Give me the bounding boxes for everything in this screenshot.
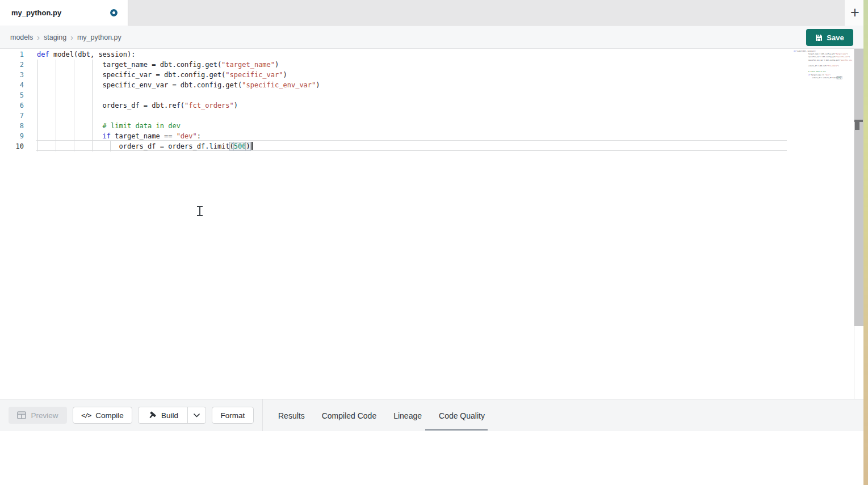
code-editor[interactable]: 12345678910 def model(dbt, session): tar… — [0, 49, 863, 399]
compile-button[interactable]: </> Compile — [73, 407, 132, 424]
format-button-label: Format — [221, 411, 245, 420]
panel-tab-compiled-code[interactable]: Compiled Code — [322, 411, 377, 420]
code-line[interactable]: specific_var = dbt.config.get("specific_… — [37, 70, 320, 80]
compile-button-label: Compile — [95, 411, 124, 420]
unsaved-changes-dot-icon — [110, 9, 118, 16]
save-button-label: Save — [827, 33, 844, 42]
save-floppy-icon — [815, 34, 823, 41]
results-panel — [0, 431, 863, 485]
window-edge-strip — [863, 0, 868, 485]
panel-tab-code-quality[interactable]: Code Quality — [439, 411, 485, 420]
minimap-line — [794, 62, 847, 65]
save-button[interactable]: Save — [806, 29, 853, 46]
line-number: 6 — [0, 100, 24, 111]
breadcrumb-item[interactable]: staging — [44, 33, 66, 41]
breadcrumb-separator-icon: › — [70, 33, 73, 41]
minimap-line: specific_env_var = dbt.config.get("speci… — [794, 59, 847, 62]
code-line[interactable] — [37, 111, 320, 121]
toolbar-divider — [262, 399, 263, 431]
build-button-label: Build — [161, 411, 178, 420]
text-caret — [251, 142, 253, 150]
build-options-dropdown[interactable] — [187, 407, 206, 423]
format-button[interactable]: Format — [212, 407, 254, 424]
breadcrumb-item[interactable]: models — [10, 33, 33, 41]
tab-bar: my_python.py + — [0, 0, 863, 26]
scrollbar-thumb[interactable] — [854, 49, 863, 326]
code-line[interactable]: def model(dbt, session): — [37, 49, 320, 60]
code-line[interactable]: target_name = dbt.config.get("target_nam… — [37, 60, 320, 70]
build-hammer-icon — [148, 411, 157, 420]
build-button[interactable]: Build — [139, 407, 187, 423]
panel-tab-lineage[interactable]: Lineage — [393, 411, 422, 420]
mouse-ibeam-cursor-icon — [196, 206, 203, 216]
line-number: 1 — [0, 49, 24, 60]
line-number: 4 — [0, 80, 24, 90]
compile-code-icon: </> — [81, 412, 91, 419]
preview-button[interactable]: Preview — [9, 407, 67, 424]
line-number: 8 — [0, 121, 24, 131]
preview-button-label: Preview — [31, 411, 58, 420]
code-line[interactable]: orders_df = dbt.ref("fct_orders") — [37, 100, 320, 111]
code-content[interactable]: def model(dbt, session): target_name = d… — [37, 49, 320, 151]
tab-my-python[interactable]: my_python.py — [0, 0, 128, 26]
breadcrumb: models›staging›my_python.py — [10, 26, 121, 49]
chevron-down-icon — [194, 414, 200, 417]
line-number: 3 — [0, 70, 24, 80]
minimap-line: def model(dbt, session): — [794, 50, 847, 53]
code-line[interactable]: orders_df = orders_df.limit(500) — [37, 141, 320, 151]
panel-tabs: ResultsCompiled CodeLineageCode Quality — [278, 399, 485, 432]
minimap-line: orders_df = dbt.ref("fct_orders") — [794, 65, 847, 68]
line-number: 10 — [0, 141, 24, 151]
panel-tab-results[interactable]: Results — [278, 411, 305, 420]
minimap-line: orders_df = orders_df.limit(500) — [794, 77, 847, 79]
line-number: 5 — [0, 90, 24, 100]
active-tab-underline — [425, 429, 488, 431]
minimap-line: specific_var = dbt.config.get("specific_… — [794, 56, 847, 58]
breadcrumb-bar: models›staging›my_python.py — [0, 26, 863, 49]
breadcrumb-separator-icon: › — [37, 33, 40, 41]
build-split-button: Build — [138, 407, 206, 424]
line-number-gutter: 12345678910 — [0, 49, 24, 151]
code-line[interactable]: # limit data in dev — [37, 121, 320, 131]
code-line[interactable]: if target_name == "dev": — [37, 131, 320, 141]
scrollbar-cursor-marker-stem — [855, 122, 859, 130]
code-line[interactable] — [37, 90, 320, 100]
minimap[interactable]: def model(dbt, session): target_name = d… — [794, 50, 853, 84]
line-number: 9 — [0, 131, 24, 141]
dbt-ide-window: my_python.py + models›staging›my_python.… — [0, 0, 868, 485]
minimap-line: if target_name == "dev": — [794, 74, 847, 77]
minimap-line: # limit data in dev — [794, 70, 847, 73]
tab-title: my_python.py — [11, 0, 61, 26]
breadcrumb-item[interactable]: my_python.py — [77, 33, 121, 41]
preview-table-icon — [17, 411, 26, 419]
line-number: 7 — [0, 111, 24, 121]
bottom-toolbar: Preview </> Compile Build — [0, 399, 863, 431]
line-number: 2 — [0, 60, 24, 70]
new-tab-button[interactable]: + — [848, 3, 862, 22]
code-line[interactable]: specific_env_var = dbt.config.get("speci… — [37, 80, 320, 90]
